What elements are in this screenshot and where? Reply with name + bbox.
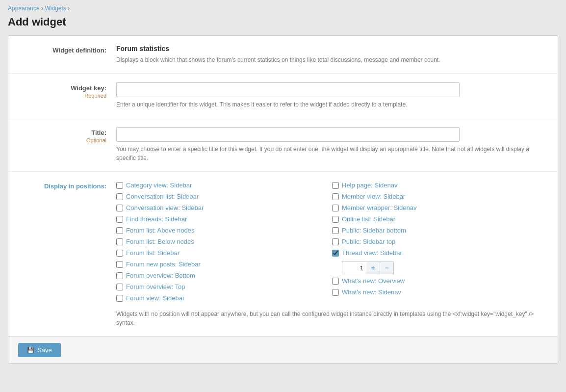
position-item: Forum overview: Top (116, 282, 332, 291)
footer-bar: 💾 Save (8, 337, 558, 363)
position-checkbox-thread_view_sidebar[interactable] (332, 250, 339, 257)
positions-label: Display in positions: (18, 181, 116, 190)
position-item: Thread view: Sidebar (332, 248, 548, 258)
position-checkbox-member_wrapper_sidenav[interactable] (332, 205, 339, 211)
position-item: Public: Sidebar top (332, 237, 548, 246)
save-icon: 💾 (27, 347, 34, 354)
widget-definition-desc: Displays a block which that shows the fo… (116, 55, 548, 64)
position-label-cat_sidebar[interactable]: Category view: Sidebar (126, 182, 192, 189)
position-checkbox-online_list_sidebar[interactable] (332, 216, 339, 223)
positions-col-left: Category view: SidebarConversation list:… (116, 181, 332, 303)
position-item: Forum overview: Bottom (116, 271, 332, 280)
position-label-forum_list_above[interactable]: Forum list: Above nodes (126, 227, 194, 234)
position-checkbox-member_view_sidebar[interactable] (332, 193, 339, 200)
position-item: Category view: Sidebar (116, 181, 332, 190)
position-item: Help page: Sidenav (332, 181, 548, 190)
widget-definition-label: Widget definition: (18, 45, 116, 54)
position-checkbox-conv_view_sidebar[interactable] (116, 205, 123, 211)
position-label-conv_view_sidebar[interactable]: Conversation view: Sidebar (126, 204, 204, 211)
order-control: +− (342, 261, 548, 274)
widget-definition-row: Widget definition: Forum statistics Disp… (8, 36, 558, 74)
widget-key-input[interactable] (116, 82, 460, 97)
position-item: What's new: Sidenav (332, 287, 548, 297)
positions-col-right: Help page: SidenavMember view: SidebarMe… (332, 181, 548, 303)
order-input[interactable] (342, 261, 366, 274)
position-label-forum_new_posts[interactable]: Forum new posts: Sidebar (126, 261, 201, 268)
position-label-public_sidebar_top[interactable]: Public: Sidebar top (342, 238, 395, 245)
position-checkbox-cat_sidebar[interactable] (116, 182, 123, 189)
position-label-member_wrapper_sidenav[interactable]: Member wrapper: Sidenav (342, 204, 416, 211)
position-checkbox-public_sidebar_top[interactable] (332, 238, 339, 245)
positions-content: Category view: SidebarConversation list:… (116, 181, 548, 327)
position-checkbox-whats_new_sidenav[interactable] (332, 289, 339, 296)
order-minus-button[interactable]: − (380, 261, 394, 274)
widget-key-sublabel: Required (18, 93, 106, 99)
position-label-whats_new_sidenav[interactable]: What's new: Sidenav (342, 288, 401, 296)
position-label-forum_overview_bottom[interactable]: Forum overview: Bottom (126, 272, 195, 279)
position-item: Forum list: Sidebar (116, 248, 332, 258)
position-label-whats_new_overview[interactable]: What's new: Overview (342, 277, 405, 285)
position-checkbox-public_sidebar_bottom[interactable] (332, 227, 339, 234)
save-button[interactable]: 💾 Save (18, 343, 61, 357)
position-label-conv_list_sidebar[interactable]: Conversation list: Sidebar (126, 193, 199, 200)
position-item: Conversation view: Sidebar (116, 203, 332, 212)
position-item: Member wrapper: Sidenav (332, 203, 548, 212)
position-label-find_threads_sidebar[interactable]: Find threads: Sidebar (126, 215, 187, 223)
position-label-thread_view_sidebar[interactable]: Thread view: Sidebar (342, 249, 402, 257)
position-checkbox-help_sidenav[interactable] (332, 182, 339, 189)
widget-key-row: Widget key: Required Enter a unique iden… (8, 74, 558, 118)
position-checkbox-whats_new_overview[interactable] (332, 278, 339, 285)
title-sublabel: Optional (18, 137, 106, 143)
position-checkbox-forum_list_sidebar[interactable] (116, 250, 123, 257)
widget-key-hint: Enter a unique identifier for this widge… (116, 100, 548, 109)
no-position-note: Widgets with no position will not appear… (116, 310, 548, 327)
title-content: You may choose to enter a specific title… (116, 127, 548, 162)
title-input[interactable] (116, 127, 460, 142)
widget-definition-content: Forum statistics Displays a block which … (116, 45, 548, 64)
position-checkbox-forum_list_above[interactable] (116, 227, 123, 234)
position-item: Online list: Sidebar (332, 214, 548, 224)
order-plus-button[interactable]: + (366, 261, 380, 274)
title-row: Title: Optional You may choose to enter … (8, 118, 558, 172)
position-label-member_view_sidebar[interactable]: Member view: Sidebar (342, 193, 405, 200)
position-label-forum_list_below[interactable]: Forum list: Below nodes (126, 238, 194, 245)
position-label-forum_view_sidebar[interactable]: Forum view: Sidebar (126, 294, 184, 302)
breadcrumb-appearance[interactable]: Appearance (8, 5, 40, 12)
breadcrumb-widgets[interactable]: Widgets (45, 5, 66, 12)
position-checkbox-forum_overview_top[interactable] (116, 284, 123, 290)
position-checkbox-find_threads_sidebar[interactable] (116, 216, 123, 223)
position-checkbox-forum_overview_bottom[interactable] (116, 272, 123, 279)
position-checkbox-forum_list_below[interactable] (116, 238, 123, 245)
position-item: Forum list: Below nodes (116, 237, 332, 246)
position-item: Forum view: Sidebar (116, 293, 332, 303)
position-label-forum_list_sidebar[interactable]: Forum list: Sidebar (126, 249, 180, 257)
title-hint: You may choose to enter a specific title… (116, 145, 548, 162)
position-label-forum_overview_top[interactable]: Forum overview: Top (126, 283, 185, 290)
position-item: Forum new posts: Sidebar (116, 260, 332, 269)
breadcrumb: Appearance › Widgets › (0, 0, 566, 14)
position-item: Forum list: Above nodes (116, 226, 332, 235)
page-title: Add widget (0, 14, 566, 35)
widget-definition-name: Forum statistics (116, 45, 548, 52)
save-label: Save (37, 346, 52, 354)
positions-row: Display in positions: Category view: Sid… (8, 172, 558, 337)
position-label-help_sidenav[interactable]: Help page: Sidenav (342, 182, 397, 189)
position-item: Member view: Sidebar (332, 192, 548, 201)
form-container: Widget definition: Forum statistics Disp… (8, 35, 558, 364)
position-checkbox-conv_list_sidebar[interactable] (116, 193, 123, 200)
position-item: Conversation list: Sidebar (116, 192, 332, 201)
title-label: Title: Optional (18, 127, 116, 143)
positions-grid: Category view: SidebarConversation list:… (116, 181, 548, 303)
widget-key-content: Enter a unique identifier for this widge… (116, 82, 548, 109)
position-checkbox-forum_new_posts[interactable] (116, 261, 123, 268)
breadcrumb-sep1: › (41, 5, 43, 12)
breadcrumb-sep2: › (68, 5, 70, 12)
position-checkbox-forum_view_sidebar[interactable] (116, 295, 123, 302)
position-label-public_sidebar_bottom[interactable]: Public: Sidebar bottom (342, 227, 406, 234)
position-item: What's new: Overview (332, 276, 548, 286)
position-label-online_list_sidebar[interactable]: Online list: Sidebar (342, 215, 395, 223)
widget-key-label: Widget key: Required (18, 82, 116, 99)
position-item: Public: Sidebar bottom (332, 226, 548, 235)
position-item: Find threads: Sidebar (116, 214, 332, 224)
